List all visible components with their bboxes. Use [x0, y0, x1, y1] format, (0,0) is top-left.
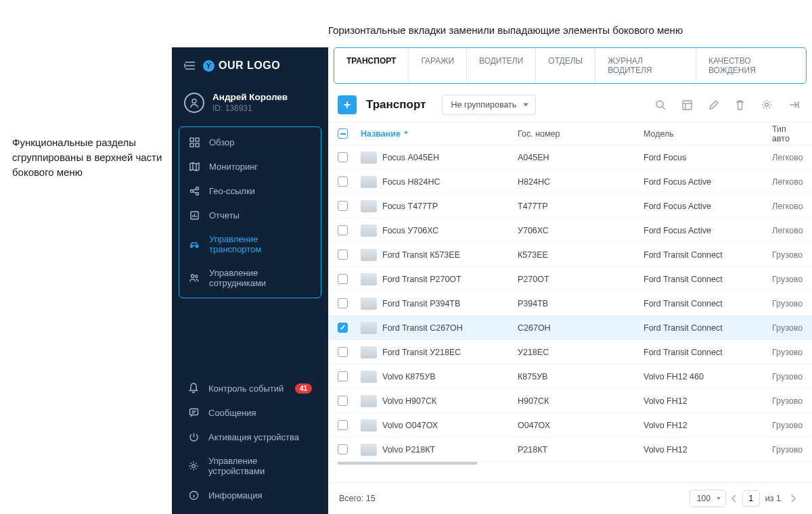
row-checkbox[interactable]	[338, 201, 348, 211]
prev-page-button[interactable]	[726, 490, 742, 507]
svg-point-18	[765, 103, 769, 107]
row-checkbox[interactable]	[338, 177, 348, 187]
column-header-type[interactable]: Тип авто	[772, 124, 803, 143]
cell-plate: У218ЕС	[518, 348, 644, 357]
car-icon	[189, 239, 200, 250]
nav-item-car[interactable]: Управление транспортом	[179, 227, 321, 261]
row-checkbox[interactable]	[338, 420, 348, 430]
vehicle-thumbnail	[361, 322, 377, 334]
vehicle-name: Volvo Н907СК	[382, 396, 436, 406]
table-row[interactable]: Ford Transit Р394ТВР394ТВFord Transit Co…	[328, 291, 812, 316]
nav-item-message[interactable]: Сообщения	[179, 400, 321, 425]
svg-point-14	[192, 465, 196, 468]
cell-type: Легково	[772, 202, 803, 211]
add-button[interactable]: +	[338, 95, 357, 114]
row-checkbox[interactable]	[338, 396, 348, 406]
menu-collapse-icon[interactable]	[184, 61, 196, 70]
table-row[interactable]: Focus Н824НСН824НСFord Focus ActiveЛегко…	[328, 170, 812, 194]
table-row[interactable]: Ford Transit Р270ОТР270ОТFord Transit Co…	[328, 267, 812, 291]
vehicle-name: Focus А045ЕН	[382, 153, 439, 162]
user-block[interactable]: Андрей Королев ID: 136931	[179, 85, 321, 122]
row-checkbox[interactable]	[338, 371, 348, 381]
page-input[interactable]	[742, 490, 760, 507]
svg-rect-17	[683, 101, 692, 110]
table-row[interactable]: Focus Т477ТРТ477ТРFord Focus ActiveЛегко…	[328, 194, 812, 218]
vehicle-name: Ford Transit Р270ОТ	[382, 275, 461, 284]
tab-4[interactable]: ЖУРНАЛ ВОДИТЕЛЯ	[595, 48, 696, 83]
vehicle-thumbnail	[361, 151, 377, 164]
cell-plate: Т477ТР	[518, 202, 644, 211]
nav-item-people[interactable]: Управление сотрудниками	[179, 261, 321, 295]
page-size-select[interactable]: 100	[690, 490, 726, 507]
nav-item-report[interactable]: Отчеты	[179, 203, 321, 227]
svg-point-7	[196, 192, 198, 195]
logo-text: OUR LOGO	[219, 60, 280, 72]
tab-2[interactable]: ВОДИТЕЛИ	[467, 48, 536, 83]
row-checkbox[interactable]	[338, 347, 348, 357]
nav-item-share[interactable]: Гео-ссылки	[179, 179, 321, 203]
tab-5[interactable]: КАЧЕСТВО ВОЖДЕНИЯ	[696, 48, 806, 83]
cell-name: Volvo К875УВ	[361, 371, 518, 383]
group-by-select[interactable]: Не группировать	[442, 95, 536, 115]
row-checkbox[interactable]	[338, 323, 348, 333]
cell-type: Грузово	[772, 372, 803, 381]
row-checkbox[interactable]	[338, 152, 348, 162]
cell-model: Ford Focus	[644, 153, 772, 162]
tab-1[interactable]: ГАРАЖИ	[409, 48, 467, 83]
table-row[interactable]: Volvo К875УВК875УВVolvo FH12 460Грузово	[328, 365, 812, 389]
delete-icon[interactable]	[731, 97, 748, 114]
svg-point-0	[192, 99, 196, 103]
cell-plate: Н907СК	[518, 396, 644, 406]
column-header-model[interactable]: Модель	[644, 129, 772, 139]
map-icon	[189, 161, 200, 172]
table-row[interactable]: Volvo О047ОХО047ОХVolvo FH12Грузово	[328, 413, 812, 438]
sort-asc-icon	[403, 131, 409, 137]
cell-model: Volvo FH12	[644, 445, 772, 454]
nav-item-label: Активация устройства	[208, 432, 299, 442]
table-row[interactable]: Ford Transit К573ЕЕК573ЕЕFord Transit Co…	[328, 243, 812, 267]
next-page-button[interactable]	[785, 490, 801, 507]
column-header-name[interactable]: Название	[361, 129, 518, 139]
vehicle-name: Focus Н824НС	[382, 177, 440, 187]
cell-name: Ford Transit К573ЕЕ	[361, 249, 518, 261]
tab-0[interactable]: ТРАНСПОРТ	[334, 48, 409, 83]
table-row[interactable]: Focus У706ХСУ706ХСFord Focus ActiveЛегко…	[328, 218, 812, 243]
settings-icon[interactable]	[758, 96, 775, 114]
search-icon[interactable]	[652, 97, 669, 114]
row-checkbox[interactable]	[338, 298, 348, 308]
nav-item-gear[interactable]: Управление устройствами	[179, 449, 321, 483]
table-row[interactable]: Ford Transit У218ЕСУ218ЕСFord Transit Co…	[328, 340, 812, 365]
tab-3[interactable]: ОТДЕЛЫ	[536, 48, 595, 83]
horizontal-scrollbar[interactable]	[338, 462, 803, 465]
share-icon	[189, 185, 200, 196]
annotation-top: Горизонтальные вкладки заменили выпадающ…	[328, 23, 802, 38]
table-row[interactable]: Volvo Н907СКН907СКVolvo FH12Грузово	[328, 389, 812, 413]
column-header-plate[interactable]: Гос. номер	[518, 129, 644, 139]
cell-type: Грузово	[772, 445, 803, 454]
cell-name: Focus У706ХС	[361, 225, 518, 237]
row-checkbox[interactable]	[338, 444, 348, 454]
row-checkbox[interactable]	[338, 225, 348, 235]
vehicle-thumbnail	[361, 444, 377, 456]
nav-item-grid[interactable]: Обзор	[179, 130, 321, 154]
expand-icon[interactable]	[785, 97, 803, 113]
row-checkbox[interactable]	[338, 274, 348, 284]
row-checkbox[interactable]	[338, 250, 348, 260]
cell-name: Ford Transit С267ОН	[361, 322, 518, 334]
nav-item-bell[interactable]: Контроль событий41	[179, 376, 321, 400]
nav-item-power[interactable]: Активация устройства	[179, 425, 321, 449]
select-all-checkbox[interactable]	[338, 128, 348, 139]
cell-plate: Р394ТВ	[518, 299, 644, 308]
cell-plate: А045ЕН	[518, 153, 644, 162]
edit-icon[interactable]	[705, 97, 722, 114]
table-row[interactable]: Volvo Р218КТР218КТVolvo FH12Грузово	[328, 438, 812, 462]
info-icon	[188, 490, 199, 500]
columns-icon[interactable]	[679, 97, 696, 114]
vehicle-name: Ford Transit У218ЕС	[382, 348, 461, 357]
logo-mark: Y	[203, 60, 215, 72]
table-row[interactable]: Focus А045ЕНА045ЕНFord FocusЛегково	[328, 145, 812, 170]
nav-item-info[interactable]: Информация	[179, 483, 321, 507]
nav-group-secondary: Контроль событий41СообщенияАктивация уст…	[179, 376, 321, 507]
nav-item-map[interactable]: Мониторинг	[179, 154, 321, 179]
table-row[interactable]: Ford Transit С267ОНС267ОНFord Transit Co…	[328, 316, 812, 340]
